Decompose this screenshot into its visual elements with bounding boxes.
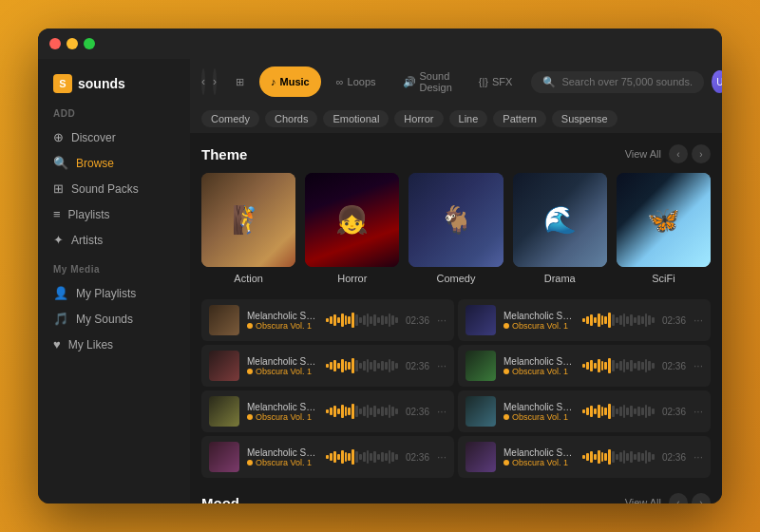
wave-bar bbox=[345, 361, 348, 370]
sound-more-button[interactable]: ··· bbox=[694, 314, 703, 327]
wave-bar bbox=[590, 451, 593, 463]
wave-bar bbox=[641, 453, 644, 461]
wave-bar bbox=[385, 453, 388, 461]
theme-card-scifi[interactable]: 🦋 SciFi bbox=[617, 173, 711, 284]
sound-duration: 02:36 bbox=[662, 452, 686, 463]
sound-more-button[interactable]: ··· bbox=[437, 405, 446, 418]
sound-row-7[interactable]: Melancholic Sha...Obscura Vol. 102:36··· bbox=[458, 436, 711, 478]
coins-badge: U 250 Coins bbox=[712, 70, 722, 93]
sidebar-item-my-likes[interactable]: ♥ My Likes bbox=[38, 332, 190, 357]
theme-next-button[interactable]: › bbox=[692, 144, 711, 163]
sidebar-item-my-playlists[interactable]: 👤 My Playlists bbox=[38, 280, 190, 306]
wave-bar bbox=[385, 316, 388, 324]
sound-row-3[interactable]: Melancholic Sho...Obscura Vol. 102:36··· bbox=[458, 345, 711, 387]
sound-row-5[interactable]: Melancholic Sha...Obscura Vol. 102:36··· bbox=[458, 390, 711, 432]
tab-loops[interactable]: ∞ Loops bbox=[325, 66, 388, 97]
scroll-area[interactable]: Theme View All ‹ › 🧗 Action bbox=[190, 133, 722, 504]
wave-bar bbox=[359, 363, 362, 369]
sound-design-tab-icon: 🔊 bbox=[403, 76, 416, 88]
wave-bar bbox=[586, 408, 589, 415]
minimize-button[interactable] bbox=[66, 38, 78, 49]
wave-bar bbox=[367, 314, 370, 327]
chip-horror[interactable]: Horror bbox=[394, 110, 443, 127]
maximize-button[interactable] bbox=[84, 38, 95, 49]
sound-row-4[interactable]: Melancholic Sha...Obscura Vol. 102:36··· bbox=[201, 390, 454, 432]
sidebar-item-browse[interactable]: 🔍 Browse bbox=[38, 150, 190, 176]
sound-more-button[interactable]: ··· bbox=[437, 359, 446, 372]
nav-back-button[interactable]: ‹ bbox=[201, 68, 205, 95]
sound-thumbnail bbox=[466, 396, 496, 427]
wave-bar bbox=[326, 409, 329, 413]
chip-suspense[interactable]: Suspense bbox=[552, 110, 618, 127]
wave-bar bbox=[377, 454, 380, 460]
sound-more-button[interactable]: ··· bbox=[694, 405, 703, 418]
sound-more-button[interactable]: ··· bbox=[694, 450, 703, 464]
theme-card-horror[interactable]: 👧 Horror bbox=[305, 173, 399, 284]
sidebar-item-my-sounds[interactable]: 🎵 My Sounds bbox=[38, 306, 190, 332]
theme-card-action[interactable]: 🧗 Action bbox=[201, 173, 295, 284]
wave-bar bbox=[630, 406, 633, 417]
wave-bar bbox=[616, 317, 618, 323]
sound-design-tab-label: Sound Design bbox=[420, 70, 452, 93]
close-button[interactable] bbox=[49, 38, 61, 49]
theme-view-all-button[interactable]: View All bbox=[625, 148, 661, 160]
tab-sound-design[interactable]: 🔊 Sound Design bbox=[391, 66, 464, 97]
chip-comedy[interactable]: Comedy bbox=[201, 110, 259, 127]
theme-prev-button[interactable]: ‹ bbox=[669, 144, 688, 163]
mood-next-button[interactable]: › bbox=[692, 493, 711, 504]
sound-row-6[interactable]: Melancholic Sha...Obscura Vol. 102:36··· bbox=[201, 436, 454, 478]
sound-thumbnail bbox=[466, 351, 496, 381]
theme-card-comedy[interactable]: 🐐 Comedy bbox=[408, 173, 503, 284]
all-tab-icon: ⊞ bbox=[236, 76, 244, 88]
wave-bar bbox=[630, 451, 633, 463]
logo-icon: S bbox=[53, 74, 72, 93]
tab-sfx[interactable]: {|} SFX bbox=[467, 66, 524, 97]
sidebar-item-artists[interactable]: ✦ Artists bbox=[38, 227, 190, 253]
mood-view-all-button[interactable]: View All bbox=[625, 497, 661, 504]
wave-bar bbox=[333, 314, 336, 326]
mood-prev-button[interactable]: ‹ bbox=[669, 493, 688, 504]
wave-bar bbox=[626, 408, 629, 415]
sound-dot bbox=[504, 460, 509, 466]
wave-bar bbox=[604, 453, 607, 461]
wave-bar bbox=[363, 315, 366, 325]
sound-subtitle: Obscura Vol. 1 bbox=[247, 321, 318, 331]
theme-card-drama[interactable]: 🌊 Drama bbox=[513, 173, 607, 284]
sound-more-button[interactable]: ··· bbox=[437, 450, 446, 464]
wave-bar bbox=[616, 363, 618, 369]
theme-card-action-label: Action bbox=[234, 273, 263, 284]
wave-bar bbox=[341, 359, 344, 372]
wave-bar bbox=[598, 405, 600, 418]
wave-bar bbox=[355, 406, 358, 417]
tab-music[interactable]: ♪ Music bbox=[259, 66, 321, 97]
chip-line[interactable]: Line bbox=[449, 110, 488, 127]
nav-forward-button[interactable]: › bbox=[213, 68, 217, 95]
search-input[interactable] bbox=[561, 76, 693, 87]
chip-emotional[interactable]: Emotional bbox=[323, 110, 389, 127]
sound-more-button[interactable]: ··· bbox=[694, 359, 703, 372]
sound-more-button[interactable]: ··· bbox=[437, 314, 446, 327]
comedy-figure: 🐐 bbox=[408, 173, 503, 267]
sound-row-1[interactable]: Melancholic Sha...Obscura Vol. 102:36··· bbox=[458, 299, 711, 341]
sound-name: Melancholic Sha... bbox=[247, 402, 318, 412]
browse-icon: 🔍 bbox=[53, 156, 68, 170]
wave-bar bbox=[352, 404, 354, 419]
sound-waveform bbox=[582, 402, 654, 421]
chip-chords[interactable]: Chords bbox=[265, 110, 317, 127]
sound-row-2[interactable]: Melancholic Sha...Obscura Vol. 102:36··· bbox=[201, 345, 454, 387]
search-bar[interactable]: 🔍 bbox=[531, 71, 704, 93]
wave-bar bbox=[341, 314, 344, 327]
sidebar-item-playlists[interactable]: ≡ Playlists bbox=[38, 201, 190, 227]
sidebar-item-discover[interactable]: ⊕ Discover bbox=[38, 124, 190, 150]
wave-bar bbox=[594, 363, 597, 369]
chip-pattern[interactable]: Pattern bbox=[493, 110, 545, 127]
wave-bar bbox=[604, 408, 607, 415]
sound-subtitle: Obscura Vol. 1 bbox=[504, 367, 575, 376]
wave-bar bbox=[377, 408, 380, 414]
sidebar-item-sound-packs[interactable]: ⊞ Sound Packs bbox=[38, 176, 190, 201]
sound-row-0[interactable]: Melancholic Sha...Obscura Vol. 102:36··· bbox=[201, 299, 454, 341]
sound-waveform bbox=[582, 356, 654, 375]
tab-all[interactable]: ⊞ bbox=[224, 66, 256, 97]
sound-duration: 02:36 bbox=[406, 361, 429, 371]
wave-bar bbox=[345, 407, 348, 416]
